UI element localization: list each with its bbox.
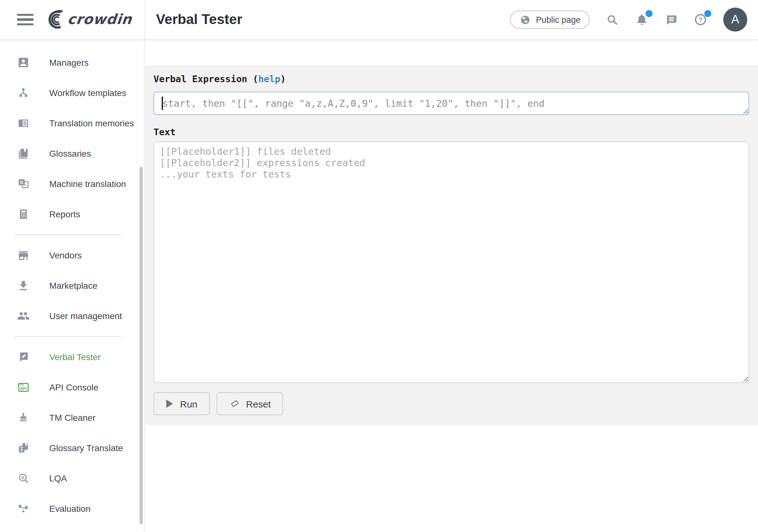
lqa-icon: A	[17, 472, 30, 485]
evaluation-icon	[17, 502, 30, 515]
sidebar-item-label: Translation memories	[49, 118, 134, 128]
sidebar-item-tm-cleaner[interactable]: TM Cleaner	[0, 403, 144, 433]
sidebar: Managers Workflow templates Translation …	[0, 39, 145, 532]
managers-icon	[17, 56, 30, 69]
sidebar-item-machine-translation[interactable]: A G Machine translation	[0, 169, 144, 199]
sidebar-item-label: Managers	[49, 57, 89, 68]
verbal-tester-icon	[17, 351, 30, 363]
sidebar-item-reports[interactable]: Reports	[0, 199, 144, 230]
help-badge	[704, 10, 711, 17]
eraser-icon	[228, 399, 240, 409]
notifications-button[interactable]	[635, 13, 649, 26]
app-header: crowdin Verbal Tester Public page	[0, 0, 758, 39]
svg-text:G: G	[20, 180, 23, 185]
sidebar-item-glossaries[interactable]: Glossaries	[0, 138, 144, 169]
verbal-expression-input[interactable]	[154, 91, 749, 115]
messages-button[interactable]	[665, 13, 678, 26]
svg-text:A: A	[21, 475, 24, 480]
svg-text:A: A	[20, 448, 23, 452]
sidebar-item-label: LQA	[49, 473, 67, 483]
sidebar-item-label: Glossaries	[49, 149, 91, 159]
glossary-translate-icon: A	[17, 442, 30, 454]
expression-label: Verbal Expression (help)	[154, 73, 749, 85]
notifications-badge	[645, 10, 652, 17]
crowdin-logo-text: crowdin	[67, 13, 133, 26]
sidebar-item-marketplace[interactable]: Marketplace	[0, 270, 144, 301]
run-button[interactable]: Run	[154, 392, 209, 415]
sidebar-item-label: Glossary Translate	[49, 443, 123, 453]
workflow-templates-icon	[17, 87, 30, 99]
sidebar-item-vendors[interactable]: Vendors	[0, 240, 144, 270]
main-content: Verbal Expression (help) Text Run	[145, 39, 758, 532]
sidebar-item-verbal-tester[interactable]: Verbal Tester	[0, 342, 144, 372]
play-icon	[165, 399, 174, 408]
sidebar-scrollbar[interactable]	[140, 167, 143, 524]
sidebar-divider	[14, 234, 121, 235]
user-avatar[interactable]: A	[723, 8, 747, 32]
header-logo-zone: crowdin	[0, 0, 145, 39]
expression-label-text: Verbal Expression (	[154, 74, 258, 84]
header-actions: Public page	[510, 8, 758, 32]
sidebar-divider	[14, 336, 121, 337]
text-cursor	[162, 97, 163, 110]
translation-memories-icon	[17, 117, 30, 129]
sidebar-item-lqa[interactable]: A LQA	[0, 463, 144, 493]
tm-cleaner-icon	[17, 411, 30, 424]
hamburger-menu-icon[interactable]	[17, 14, 33, 25]
text-label: Text	[154, 126, 749, 138]
sidebar-item-label: Machine translation	[49, 179, 126, 189]
sidebar-item-glossary-translate[interactable]: A Glossary Translate	[0, 433, 144, 463]
help-link[interactable]: help	[258, 74, 281, 84]
sidebar-item-label: Workflow templates	[49, 88, 126, 98]
crowdin-bird-icon	[41, 9, 66, 30]
globe-icon	[520, 14, 532, 25]
chat-icon	[665, 13, 678, 26]
user-management-icon	[17, 310, 30, 322]
action-buttons: Run Reset	[154, 392, 749, 415]
reports-icon	[17, 208, 30, 221]
sidebar-item-label: API Console	[49, 382, 98, 392]
page-title: Verbal Tester	[156, 11, 242, 28]
sidebar-item-label: Vendors	[49, 250, 82, 260]
run-button-label: Run	[180, 398, 197, 409]
marketplace-icon	[17, 279, 30, 292]
sidebar-item-label: Reports	[49, 209, 80, 219]
reset-button-label: Reset	[246, 398, 271, 409]
public-page-label: Public page	[536, 15, 580, 24]
reset-button[interactable]: Reset	[216, 392, 283, 415]
text-input[interactable]	[154, 142, 749, 383]
sidebar-item-workflow-templates[interactable]: Workflow templates	[0, 78, 144, 108]
svg-text:API: API	[20, 387, 27, 390]
svg-text:?: ?	[699, 16, 703, 23]
avatar-initial: A	[731, 13, 739, 26]
sidebar-item-evaluation[interactable]: Evaluation	[0, 493, 144, 524]
help-button[interactable]: ?	[694, 13, 707, 26]
sidebar-item-label: TM Cleaner	[49, 412, 95, 423]
glossaries-icon	[17, 147, 30, 160]
verbal-tester-panel: Verbal Expression (help) Text Run	[145, 65, 758, 425]
search-button[interactable]	[606, 13, 619, 26]
sidebar-item-user-management[interactable]: User management	[0, 301, 144, 331]
vendors-icon	[17, 249, 30, 262]
crowdin-logo[interactable]: crowdin	[41, 9, 132, 30]
api-console-icon: API	[17, 381, 30, 394]
sidebar-item-translation-memories[interactable]: Translation memories	[0, 108, 144, 138]
sidebar-item-label: Verbal Tester	[49, 352, 101, 362]
machine-translation-icon: A G	[17, 178, 30, 190]
sidebar-item-label: Evaluation	[49, 504, 91, 514]
expression-label-close: )	[281, 74, 286, 84]
sidebar-item-label: Marketplace	[49, 281, 98, 291]
search-icon	[606, 13, 619, 26]
sidebar-item-label: User management	[49, 311, 122, 321]
public-page-button[interactable]: Public page	[510, 10, 590, 29]
sidebar-item-managers[interactable]: Managers	[0, 47, 144, 78]
sidebar-item-api-console[interactable]: API API Console	[0, 372, 144, 403]
